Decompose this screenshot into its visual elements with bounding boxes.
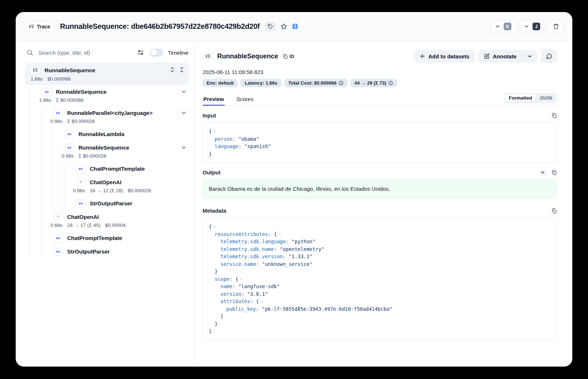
tag-button[interactable] bbox=[265, 22, 276, 31]
trace-icon bbox=[203, 52, 213, 60]
json-key: resourceAttributes: bbox=[215, 231, 274, 237]
tree-row[interactable]: ChatOpenAI bbox=[64, 175, 189, 189]
annotate-dropdown-button[interactable] bbox=[522, 50, 537, 62]
json-brace: } bbox=[220, 313, 223, 319]
span-icon bbox=[75, 165, 86, 173]
tree-row[interactable]: StrOutputParser bbox=[42, 245, 189, 258]
tree-row[interactable]: RunnableLambda bbox=[53, 127, 189, 141]
trash-icon bbox=[553, 23, 559, 30]
metadata-section-label: Metadata bbox=[203, 208, 226, 214]
tree-row[interactable]: RunnableParallel<city,language> bbox=[42, 106, 189, 120]
token-usage-badge: 44 → 29 (Σ 73) bbox=[350, 79, 397, 87]
bookmark-star-button[interactable] bbox=[280, 23, 287, 30]
tree-row-label: RunnableLambda bbox=[78, 131, 124, 137]
tree-children: RunnableLambdaRunnableSequence0.98sΣ $0.… bbox=[53, 127, 189, 210]
json-collapse-chevron-icon[interactable] bbox=[213, 128, 217, 135]
info-icon[interactable] bbox=[339, 81, 343, 85]
json-brace: { bbox=[209, 224, 212, 229]
json-string-value: "spanish" bbox=[244, 143, 271, 149]
span-icon bbox=[53, 248, 63, 256]
json-brace: } bbox=[215, 268, 218, 274]
trace-type-badge: Trace bbox=[24, 22, 55, 32]
tree-row-metrics: 0.68s28 → 17 (Σ 45)$0.00004 bbox=[42, 223, 189, 231]
span-icon bbox=[41, 88, 52, 96]
next-trace-button[interactable]: J bbox=[519, 20, 545, 33]
copy-icon[interactable] bbox=[551, 113, 557, 119]
prev-trace-button[interactable]: K bbox=[491, 20, 516, 33]
tree-row[interactable]: ChatPromptTemplate bbox=[42, 231, 189, 245]
collapse-all-icon[interactable] bbox=[179, 67, 185, 73]
tree-children: RunnableParallel<city,language>0.98sΣ $0… bbox=[41, 106, 189, 258]
json-string-value: "3.0.1" bbox=[247, 291, 268, 297]
trace-badge-label: Trace bbox=[37, 24, 50, 30]
json-brace: } bbox=[209, 151, 212, 157]
chevron-down-icon[interactable] bbox=[181, 89, 187, 95]
generation-icon bbox=[75, 178, 86, 186]
tree-row-metrics: 0.98sΣ $0.000026 bbox=[53, 153, 189, 162]
generation-icon bbox=[53, 213, 63, 221]
tree-row-metrics: 1.66sΣ $0.000066 bbox=[30, 97, 189, 106]
json-string-value: "python" bbox=[292, 239, 315, 244]
copy-icon[interactable] bbox=[551, 208, 557, 214]
json-collapse-chevron-icon[interactable] bbox=[239, 275, 243, 283]
tree-row-label: ChatPromptTemplate bbox=[67, 235, 122, 241]
annotate-button[interactable]: Annotate bbox=[479, 50, 522, 63]
tree-row[interactable]: RunnableSequence bbox=[53, 141, 189, 154]
preview-tabs: Preview Scores Formatted JSON bbox=[203, 93, 557, 106]
tab-scores[interactable]: Scores bbox=[236, 94, 254, 105]
plus-icon bbox=[419, 53, 425, 59]
sliders-icon bbox=[137, 49, 144, 56]
chevron-down-icon[interactable] bbox=[181, 110, 187, 116]
span-icon bbox=[64, 144, 74, 152]
format-option-json[interactable]: JSON bbox=[536, 94, 556, 102]
comments-button[interactable] bbox=[541, 49, 557, 63]
span-icon bbox=[64, 130, 74, 138]
tree-children: RunnableSequence1.66sΣ $0.000066Runnable… bbox=[30, 85, 189, 258]
star-icon bbox=[280, 23, 287, 30]
tree-row-label: RunnableSequence bbox=[56, 89, 107, 95]
copy-id-button[interactable]: ID bbox=[283, 54, 294, 59]
tree-row-label: ChatOpenAI bbox=[90, 179, 122, 185]
app-window: Trace RunnableSequence: dbe646b2b67957d2… bbox=[16, 12, 572, 367]
span-icon bbox=[53, 234, 63, 242]
public-share-button[interactable] bbox=[292, 23, 299, 30]
delete-trace-button[interactable] bbox=[548, 20, 564, 33]
add-to-datasets-button[interactable]: Add to datasets bbox=[414, 50, 475, 63]
timeline-toggle-label: Timeline bbox=[168, 50, 188, 56]
info-icon[interactable] bbox=[388, 81, 393, 85]
tree-root-row[interactable]: RunnableSequence 1.66s $0.000066 bbox=[25, 62, 189, 85]
tab-preview[interactable]: Preview bbox=[203, 94, 225, 105]
chevron-down-icon[interactable] bbox=[181, 144, 187, 151]
json-collapse-chevron-icon[interactable] bbox=[260, 298, 264, 305]
format-segmented-control: Formatted JSON bbox=[504, 93, 557, 103]
input-section-label: Input bbox=[203, 112, 216, 119]
total-cost-badge: Total Cost: $0.000066 bbox=[284, 79, 347, 87]
search-input[interactable] bbox=[38, 50, 137, 56]
json-string-value: "pk-lf-5855d85e-3943-497e-bd10-f50ad414b… bbox=[262, 306, 393, 312]
format-option-formatted[interactable]: Formatted bbox=[505, 94, 536, 102]
annotate-label: Annotate bbox=[493, 53, 516, 59]
tree-row[interactable]: StrOutputParser bbox=[64, 197, 189, 210]
json-string-value: "langfuse-sdk" bbox=[238, 283, 280, 289]
expand-all-icon[interactable] bbox=[169, 67, 175, 73]
markdown-icon[interactable]: M↓ bbox=[540, 170, 547, 175]
copy-icon[interactable] bbox=[551, 170, 557, 175]
search-icon bbox=[27, 49, 33, 56]
page-title: RunnableSequence: dbe646b2b67957d22e8780… bbox=[60, 22, 260, 31]
json-brace: { bbox=[274, 231, 277, 237]
timeline-toggle[interactable] bbox=[150, 49, 164, 57]
json-brace: { bbox=[209, 128, 212, 134]
span-icon bbox=[53, 109, 63, 117]
json-collapse-chevron-icon[interactable] bbox=[213, 223, 217, 231]
tree-filter-button[interactable] bbox=[137, 49, 144, 56]
json-collapse-chevron-icon[interactable] bbox=[278, 231, 282, 238]
observation-title: RunnableSequence bbox=[217, 53, 278, 60]
tree-row[interactable]: ChatOpenAI bbox=[42, 210, 189, 224]
tree-row[interactable]: ChatPromptTemplate bbox=[64, 162, 189, 175]
tree-row-metrics: 0.98s16 → 12 (Σ 28)$0.000026 bbox=[64, 188, 189, 197]
add-to-datasets-label: Add to datasets bbox=[428, 53, 469, 59]
json-key: telemetry.sdk.language: bbox=[220, 239, 292, 244]
latency-badge: Latency: 1.66s bbox=[241, 79, 281, 87]
copy-icon bbox=[283, 54, 288, 59]
tree-row[interactable]: RunnableSequence bbox=[30, 85, 189, 98]
